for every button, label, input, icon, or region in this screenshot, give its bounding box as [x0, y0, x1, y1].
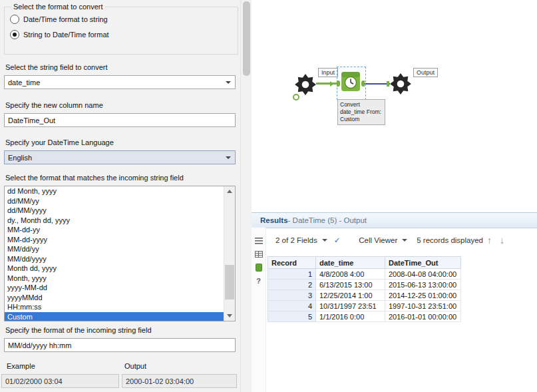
data-cell: 2015-06-13 13:00:00: [385, 280, 461, 290]
config-panel-scrollbar[interactable]: [240, 0, 252, 392]
format-list-item[interactable]: yyyyMMdd: [5, 293, 224, 303]
radio-option-datetime-to-string[interactable]: Date/Time format to string: [10, 15, 238, 24]
table-row[interactable]: 312/25/2014 1:002014-12-25 01:00:00: [268, 290, 461, 301]
string-field-combobox[interactable]: date_time: [4, 75, 236, 89]
format-list-item[interactable]: yyyy-MM-dd: [5, 283, 224, 293]
format-list-item[interactable]: MM/dd/yyyy: [5, 254, 224, 264]
table-row[interactable]: 26/13/2015 13:002015-06-13 13:00:00: [268, 280, 461, 290]
format-list-item[interactable]: Month, yyyy: [5, 274, 224, 284]
datetime-tool[interactable]: [341, 71, 361, 96]
custom-format-input[interactable]: MM/dd/yyyy hh:mm: [4, 338, 236, 352]
output-data-tool[interactable]: [389, 73, 412, 98]
results-toolbar: 2 of 2 Fields ✓ Cell Viewer 5 records di…: [266, 230, 537, 250]
scrollbar-thumb[interactable]: [243, 1, 250, 76]
apply-check-icon[interactable]: ✓: [334, 236, 341, 245]
radio-icon[interactable]: [10, 15, 19, 24]
example-label: Example: [7, 362, 35, 370]
combobox-value: English: [8, 154, 32, 162]
column-header[interactable]: Record: [268, 257, 316, 269]
format-list-item[interactable]: dy., Month dd, yyyy: [5, 216, 224, 226]
table-row[interactable]: 410/31/1997 23:511997-10-31 23:51:00: [268, 301, 461, 311]
records-displayed-text: 5 records displayed: [417, 236, 483, 244]
radio-label: Date/Time format to string: [23, 15, 108, 23]
scroll-down-arrow-icon[interactable]: ↓: [500, 235, 504, 246]
format-list-item[interactable]: MM-dd-yy: [5, 225, 224, 235]
output-anchor[interactable]: [361, 81, 365, 87]
language-combobox[interactable]: English: [4, 150, 236, 164]
column-header[interactable]: DateTime_Out: [385, 257, 461, 269]
format-list-item[interactable]: MM/dd/yy: [5, 244, 224, 254]
results-subtitle: - DateTime (5) - Output: [288, 216, 367, 224]
format-list-label: Select the format that matches the incom…: [5, 174, 184, 182]
gear-icon: [389, 73, 412, 95]
table-row[interactable]: 51/1/2016 0:002016-01-01 00:00:00: [268, 311, 461, 322]
radio-label: String to Date/Time format: [23, 31, 109, 39]
grid-view-icon[interactable]: [254, 250, 263, 258]
input-connection-label[interactable]: Input: [318, 68, 338, 77]
format-list-item[interactable]: MM-dd-yyyy: [5, 235, 224, 245]
language-label: Specify your DateTime Language: [5, 138, 114, 146]
format-list-item[interactable]: dd/MM/yy: [5, 196, 224, 206]
output-connection-label[interactable]: Output: [413, 68, 438, 77]
results-table-header-row: Recorddate_timeDateTime_Out: [268, 257, 461, 269]
list-view-icon[interactable]: [254, 237, 263, 245]
radio-icon[interactable]: [10, 30, 19, 39]
data-cell: 10/31/1997 23:51: [316, 301, 385, 311]
record-number-cell: 2: [268, 280, 316, 290]
example-value: 01/02/2000 03:04: [5, 377, 63, 385]
chevron-down-icon: [402, 239, 407, 242]
example-value-box: 01/02/2000 03:04: [1, 374, 119, 388]
column-header[interactable]: date_time: [316, 257, 385, 269]
data-cell: 1997-10-31 23:51:00: [385, 301, 461, 311]
combobox-value: date_time: [8, 79, 40, 87]
format-group-legend: Select the format to convert: [11, 3, 105, 11]
help-icon[interactable]: ?: [254, 277, 263, 285]
scroll-up-arrow-icon[interactable]: ↑: [487, 235, 492, 246]
radio-option-string-to-datetime[interactable]: String to Date/Time format: [10, 30, 238, 39]
format-list-item[interactable]: Month dd, yyyy: [5, 264, 224, 274]
cell-viewer-dropdown[interactable]: Cell Viewer: [359, 236, 407, 244]
record-number-cell: 1: [268, 269, 316, 280]
format-list-scrollbar[interactable]: [224, 186, 235, 321]
fields-dropdown[interactable]: 2 of 2 Fields ✓: [275, 236, 340, 245]
output-label: Output: [124, 362, 146, 370]
record-number-cell: 3: [268, 290, 316, 301]
input-anchor[interactable]: [337, 81, 340, 87]
data-cell: 12/25/2014 1:00: [316, 290, 385, 301]
results-table: Recorddate_timeDateTime_Out 14/8/2008 4:…: [268, 256, 461, 322]
data-cell: 4/8/2008 4:00: [316, 269, 385, 280]
record-number-cell: 4: [268, 301, 316, 311]
workflow-canvas[interactable]: Input Convert date_time From: Custom: [252, 0, 537, 212]
results-panel: Results - DateTime (5) - Output ? 2 of 2…: [252, 212, 537, 392]
format-list-item[interactable]: Custom: [5, 312, 224, 321]
connection-wire-green[interactable]: [316, 83, 337, 85]
scroll-down-icon[interactable]: [224, 311, 235, 321]
alteryx-designer-window: Select the format to convert Date/Time f…: [0, 0, 537, 392]
chevron-down-icon: [322, 239, 327, 242]
input-value: DateTime_Out: [8, 116, 55, 124]
column-name-input[interactable]: DateTime_Out: [4, 113, 236, 127]
results-header: Results - DateTime (5) - Output: [252, 213, 537, 228]
wire-arrow-icon: [330, 81, 334, 87]
tool-status-dot: [293, 94, 299, 100]
format-list-item[interactable]: HH:mm:ss: [5, 302, 224, 312]
input-value: MM/dd/yyyy hh:mm: [8, 341, 71, 349]
scrollbar-thumb[interactable]: [225, 265, 234, 299]
datetime-clock-icon: [341, 71, 361, 93]
gear-icon: [294, 73, 317, 96]
format-list-item[interactable]: dd Month, yyyy: [5, 186, 224, 196]
green-file-icon[interactable]: [254, 264, 263, 272]
scroll-up-icon[interactable]: [224, 186, 235, 196]
format-list-item[interactable]: dd/MM/yyyy: [5, 206, 224, 216]
chevron-down-icon: [226, 156, 231, 159]
column-name-label: Specify the new column name: [5, 101, 103, 109]
table-row[interactable]: 14/8/2008 4:002008-04-08 04:00:00: [268, 269, 461, 280]
tool-annotation[interactable]: Convert date_time From: Custom: [337, 99, 385, 125]
data-cell: 1/1/2016 0:00: [316, 311, 385, 322]
custom-format-label: Specify the format of the incoming strin…: [5, 326, 152, 334]
record-number-cell: 5: [268, 311, 316, 322]
format-to-convert-group: Select the format to convert Date/Time f…: [4, 3, 238, 55]
results-side-toolbar: ?: [252, 228, 266, 392]
fields-summary: 2 of 2 Fields: [275, 236, 317, 244]
datetime-config-panel: Select the format to convert Date/Time f…: [0, 0, 240, 392]
